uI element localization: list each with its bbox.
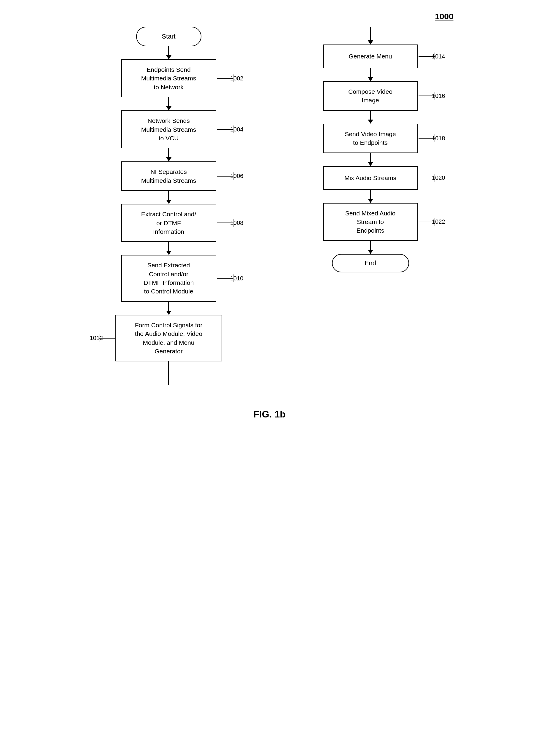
end-node: End (332, 254, 409, 272)
node-1004: Network Sends Multimedia Streams to VCU … (121, 111, 216, 148)
arrow-6 (166, 302, 172, 315)
node-1006: NI Separates Multimedia Streams 1006 (121, 161, 216, 191)
label-1016: 1016 (432, 93, 445, 100)
node-1008: Extract Control and/ or DTMF Information… (121, 204, 216, 242)
label-1018: 1018 (432, 135, 445, 142)
arrow-2 (166, 97, 172, 111)
arrow-r5 (368, 241, 373, 254)
rect-1002: Endpoints Send Multimedia Streams to Net… (121, 59, 216, 97)
page: 1000 Start Endpoints Send Multimedia Str… (62, 12, 477, 420)
entry-arrow-right (368, 27, 373, 44)
node-1002: Endpoints Send Multimedia Streams to Net… (121, 59, 216, 97)
arrow-line (168, 46, 169, 55)
label-1022: 1022 (432, 218, 445, 225)
node-1022: Send Mixed Audio Stream to Endpoints 102… (323, 203, 418, 241)
rect-1016: Compose Video Image (323, 81, 418, 111)
arrow-4 (166, 191, 172, 204)
arrow-3 (166, 148, 172, 161)
arrow-r4 (368, 190, 373, 203)
label-1006: 1006 (230, 173, 244, 180)
left-flow-column: Start Endpoints Send Multimedia Streams … (80, 27, 258, 385)
node-1020: Mix Audio Streams 1020 (323, 166, 418, 190)
bracket-line-left-1012 (99, 338, 115, 339)
label-1010: 1010 (230, 275, 244, 282)
label-1014: 1014 (432, 53, 445, 60)
rect-1020: Mix Audio Streams (323, 166, 418, 190)
start-oval: Start (136, 27, 201, 46)
right-flow-column: Generate Menu 1014 Compose Video Image 1… (281, 27, 459, 385)
node-1012: 1012 Form Control Signals for the Audio … (116, 315, 222, 362)
rect-1018: Send Video Image to Endpoints (323, 124, 418, 153)
label-1002: 1002 (230, 75, 244, 82)
end-oval: End (332, 254, 409, 272)
rect-1014: Generate Menu (323, 44, 418, 68)
rect-1012: Form Control Signals for the Audio Modul… (116, 315, 222, 362)
arrow-head (166, 55, 172, 59)
arrow-r2 (368, 111, 373, 124)
rect-1008: Extract Control and/ or DTMF Information (121, 204, 216, 242)
rect-1004: Network Sends Multimedia Streams to VCU (121, 111, 216, 148)
start-node: Start (136, 27, 201, 46)
rect-1006: NI Separates Multimedia Streams (121, 161, 216, 191)
figure-caption: FIG. 1b (62, 409, 477, 420)
arrow-r3 (368, 153, 373, 166)
node-1010: Send Extracted Control and/or DTMF Infor… (121, 255, 216, 302)
label-1008: 1008 (230, 220, 244, 226)
bracket-vert-left-1012 (99, 335, 99, 342)
node-1016: Compose Video Image 1016 (323, 81, 418, 111)
rect-1010: Send Extracted Control and/or DTMF Infor… (121, 255, 216, 302)
bottom-line-left (168, 361, 169, 385)
label-1004: 1004 (230, 126, 244, 133)
arrow-5 (166, 242, 172, 255)
diagram-title: 1000 (435, 12, 453, 21)
label-1020: 1020 (432, 175, 445, 181)
arrow-1 (166, 46, 172, 59)
node-1018: Send Video Image to Endpoints 1018 (323, 124, 418, 153)
rect-1022: Send Mixed Audio Stream to Endpoints (323, 203, 418, 241)
node-1014: Generate Menu 1014 (323, 44, 418, 68)
arrow-r1 (368, 68, 373, 81)
